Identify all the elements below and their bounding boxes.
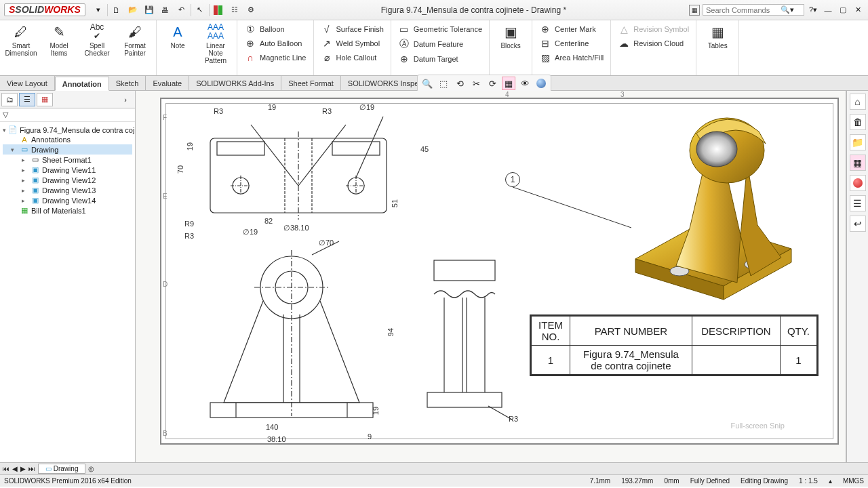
add-sheet-icon[interactable]: ◎ [88, 465, 94, 472]
view-palette-icon[interactable]: ▦ [850, 155, 866, 171]
feature-tree[interactable]: ▾📄Figura 9.74_Mensula de contra cojin AA… [0, 122, 135, 462]
tab-sheet-format[interactable]: Sheet Format [281, 76, 341, 90]
linear-note-pattern-button[interactable]: AAAAAALinear Note Pattern [200, 23, 231, 73]
open-icon[interactable]: 📂 [125, 3, 140, 18]
hide-show-icon[interactable]: 👁 [518, 77, 532, 90]
balloon-button[interactable]: ①Balloon [243, 23, 308, 35]
design-library-icon[interactable]: 📁 [850, 134, 866, 150]
tree-root[interactable]: ▾📄Figura 9.74_Mensula de contra cojin [3, 125, 132, 135]
tree-annotations[interactable]: AAnnotations [3, 135, 132, 144]
datum-feature-button[interactable]: ⒶDatum Feature [397, 37, 484, 51]
save-icon[interactable]: 💾 [142, 3, 157, 18]
settings-icon[interactable]: ⚙ [243, 3, 258, 18]
bom-row[interactable]: 1 Figura 9.74_Mensula de contra cojinete… [532, 346, 817, 375]
format-painter-button[interactable]: 🖌Format Painter [119, 23, 151, 73]
auto-balloon-button[interactable]: ⊕Auto Balloon [243, 37, 308, 49]
bom-header-qty: QTY. [780, 317, 816, 346]
sheet-nav-prev[interactable]: ◀ [12, 465, 18, 472]
tree-view13[interactable]: ▸▣Drawing View13 [3, 185, 132, 195]
dim-19: 19 [372, 407, 380, 415]
tree-view11[interactable]: ▸▣Drawing View11 [3, 165, 132, 175]
display-style-icon[interactable]: ▦ [502, 77, 515, 90]
prev-view-icon[interactable]: ⟲ [453, 77, 467, 90]
hole-callout-button[interactable]: ⌀Hole Callout [319, 52, 385, 64]
custom-props-icon[interactable]: ☰ [850, 195, 866, 211]
area-hatch-button[interactable]: ▨Area Hatch/Fill [538, 52, 605, 64]
status-scale-drop[interactable]: ▴ [829, 477, 832, 485]
top-view [183, 104, 414, 240]
zone-4: 4 [505, 91, 509, 98]
section-view-icon[interactable]: ✂ [469, 77, 483, 90]
select-icon[interactable]: ↖ [193, 3, 208, 18]
geometric-tolerance-button[interactable]: ▭Geometric Tolerance [397, 23, 484, 35]
help-icon[interactable]: ?▾ [807, 4, 819, 16]
options-list-icon[interactable]: ☷ [227, 3, 242, 18]
new-icon[interactable]: 🗋 [109, 3, 124, 18]
document-title: Figura 9.74_Mensula de contra cojinete -… [258, 5, 689, 15]
note-button[interactable]: ANote [162, 23, 193, 73]
zoom-area-icon[interactable]: ⬚ [437, 77, 450, 90]
tree-view12[interactable]: ▸▣Drawing View12 [3, 175, 132, 185]
sheet-nav-first[interactable]: ⏮ [3, 465, 9, 472]
tables-icon: ▦ [711, 23, 724, 41]
bom-table[interactable]: ITEM NO. PART NUMBER DESCRIPTION QTY. 1 … [530, 314, 818, 376]
resources-icon[interactable]: 🗑 [850, 114, 866, 130]
status-bar: SOLIDWORKS Premium 2016 x64 Edition 7.1m… [0, 474, 868, 487]
tree-filter[interactable]: ▽ [0, 108, 135, 122]
tree-bom[interactable]: ▦Bill of Materials1 [3, 205, 132, 216]
surface-finish-button[interactable]: √Surface Finish [319, 23, 385, 35]
zone-d: D [163, 281, 167, 288]
view-orient-icon[interactable]: ⟳ [486, 77, 499, 90]
sheet-nav-next[interactable]: ▶ [20, 465, 26, 472]
weld-symbol-button[interactable]: ↗Weld Symbol [319, 37, 385, 49]
tab-sketch[interactable]: Sketch [109, 76, 146, 90]
status-scale[interactable]: 1 : 1.5 [799, 477, 818, 485]
tree-drawing[interactable]: ▾▭Drawing [3, 144, 132, 155]
datum-target-button[interactable]: ⊕Datum Target [397, 53, 484, 65]
panel-tab-config[interactable]: ▦ [37, 93, 53, 106]
center-mark-icon: ⊕ [539, 24, 551, 35]
sheet-tab-drawing[interactable]: ▭ Drawing [38, 464, 85, 474]
drawing-canvas[interactable]: F E D B 3 4 [136, 91, 846, 462]
model-items-button[interactable]: ✎Model Items [43, 23, 75, 73]
smart-dimension-button[interactable]: 🖊Smart Dimension [5, 23, 37, 73]
sw-icon[interactable]: ▦ [689, 5, 700, 16]
svg-line-32 [513, 187, 631, 228]
print-icon[interactable]: 🖶 [158, 3, 173, 18]
blocks-button[interactable]: ▣Blocks [495, 23, 526, 73]
tab-addins[interactable]: SOLIDWORKS Add-Ins [189, 76, 281, 90]
tab-view-layout[interactable]: View Layout [0, 76, 55, 90]
panel-expand-icon[interactable]: › [117, 93, 134, 106]
search-commands[interactable]: 🔍▾ [703, 4, 804, 16]
undo-icon[interactable]: ↶ [174, 3, 189, 18]
revision-cloud-button[interactable]: ☁Revision Cloud [616, 37, 690, 49]
appearance-icon[interactable] [534, 77, 548, 90]
status-units[interactable]: MMGS [843, 477, 864, 485]
minimize-icon[interactable]: — [822, 4, 834, 16]
tab-evaluate[interactable]: Evaluate [146, 76, 189, 90]
rebuild-icon[interactable] [211, 3, 226, 18]
tree-sheet-format[interactable]: ▸▭Sheet Format1 [3, 155, 132, 165]
spell-checker-button[interactable]: Abc✔Spell Checker [81, 23, 113, 73]
center-mark-button[interactable]: ⊕Center Mark [538, 23, 605, 35]
qat-dropdown[interactable]: ▾ [91, 3, 106, 18]
search-input[interactable] [706, 6, 781, 14]
panel-tab-property[interactable]: ☰ [19, 93, 35, 106]
svg-point-36 [696, 131, 737, 167]
zoom-fit-icon[interactable]: 🔍 [420, 77, 434, 90]
close-icon[interactable]: ✕ [852, 4, 864, 16]
tree-view14[interactable]: ▸▣Drawing View14 [3, 195, 132, 205]
panel-tab-feature-tree[interactable]: 🗂 [1, 93, 18, 106]
datum-feature-icon: Ⓐ [398, 38, 410, 50]
forum-icon[interactable]: ↩ [850, 216, 866, 232]
tab-annotation[interactable]: Annotation [55, 77, 109, 91]
centerline-button[interactable]: ⊟Centerline [538, 37, 605, 49]
home-icon[interactable]: ⌂ [850, 94, 866, 110]
search-icon[interactable]: 🔍 [781, 5, 790, 14]
appearances-icon[interactable] [850, 175, 866, 191]
tables-button[interactable]: ▦Tables [702, 23, 733, 73]
magnetic-line-button[interactable]: ∩Magnetic Line [243, 52, 308, 64]
sheet-nav-last[interactable]: ⏭ [28, 465, 35, 472]
linear-pattern-icon: AAAAAA [208, 23, 224, 41]
maximize-icon[interactable]: ▢ [837, 4, 849, 16]
